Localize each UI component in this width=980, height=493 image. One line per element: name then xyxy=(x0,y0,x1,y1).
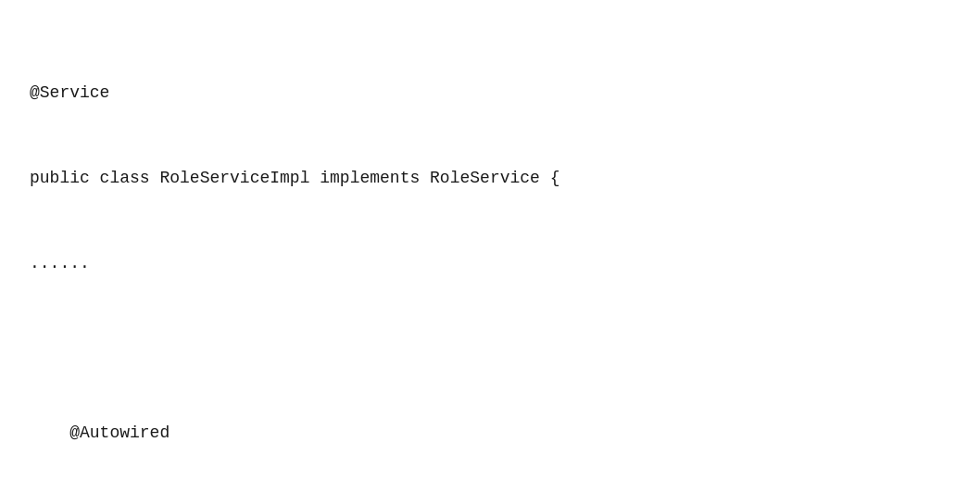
code-line-1: @Service xyxy=(30,79,950,107)
code-line-5: @Autowired xyxy=(30,419,950,448)
code-line-2: public class RoleServiceImpl implements … xyxy=(30,164,950,193)
code-block: @Service public class RoleServiceImpl im… xyxy=(0,0,980,493)
code-line-4 xyxy=(30,335,950,363)
code-line-3: ...... xyxy=(30,249,950,278)
